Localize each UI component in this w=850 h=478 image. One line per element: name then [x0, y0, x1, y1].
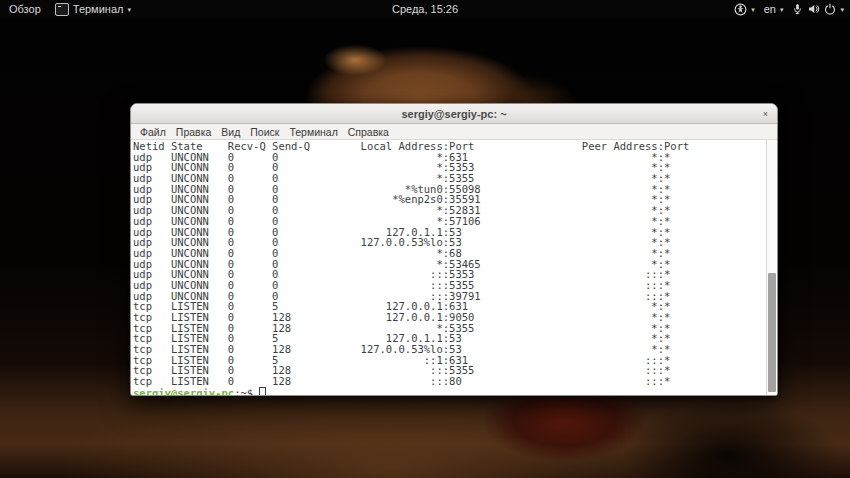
accessibility-menu[interactable]: ▾ [734, 3, 755, 16]
scrollbar-thumb[interactable] [768, 273, 776, 393]
top-bar: Обзор Терминал ▾ Среда, 15:26 ▾ en ▾ [0, 0, 850, 18]
close-icon[interactable]: × [759, 107, 772, 120]
chevron-down-icon: ▾ [780, 6, 784, 13]
menu-search[interactable]: Поиск [245, 126, 284, 138]
terminal-line: udp UNCONN 0 0 *:68 *:* [133, 248, 766, 259]
window-title: sergiy@sergiy-pc: ~ [401, 108, 506, 120]
app-menu[interactable]: Терминал ▾ [55, 3, 131, 16]
menu-view[interactable]: Вид [216, 126, 245, 138]
menu-file[interactable]: Файл [135, 126, 171, 138]
keyboard-layout-menu[interactable]: en ▾ [764, 3, 784, 15]
terminal-cursor [259, 387, 266, 395]
terminal-output: Netid State Recv-Q Send-Q Local Address:… [133, 141, 766, 395]
chevron-down-icon: ▾ [840, 6, 844, 13]
window-titlebar[interactable]: sergiy@sergiy-pc: ~ × [131, 104, 777, 124]
volume-icon [807, 3, 820, 15]
keyboard-layout-label: en [764, 3, 776, 15]
terminal-screen[interactable]: Netid State Recv-Q Send-Q Local Address:… [131, 140, 777, 395]
prompt-suffix: :~$ [234, 387, 259, 395]
microphone-icon [792, 3, 803, 15]
chevron-down-icon: ▾ [127, 6, 131, 13]
menu-help[interactable]: Справка [343, 126, 394, 138]
terminal-prompt-line: sergiy@sergiy-pc:~$ [133, 387, 766, 395]
activities-button[interactable]: Обзор [9, 3, 41, 15]
accessibility-icon [734, 3, 747, 16]
terminal-menubar: Файл Правка Вид Поиск Терминал Справка [131, 124, 777, 140]
prompt-user-host: sergiy@sergiy-pc [133, 387, 234, 395]
menu-edit[interactable]: Правка [171, 126, 216, 138]
terminal-line: tcp LISTEN 0 128 :::80 :::* [133, 376, 766, 387]
clock-label[interactable]: Среда, 15:26 [392, 3, 458, 15]
terminal-window: sergiy@sergiy-pc: ~ × Файл Правка Вид По… [130, 103, 778, 396]
terminal-app-icon [55, 3, 69, 16]
power-icon [824, 3, 836, 15]
system-menu[interactable]: ▾ [792, 3, 844, 15]
app-menu-label: Терминал [73, 3, 124, 15]
terminal-line: udp UNCONN 0 0 *:57106 *:* [133, 216, 766, 227]
chevron-down-icon: ▾ [751, 6, 755, 13]
menu-terminal[interactable]: Терминал [284, 126, 342, 138]
scrollbar-track[interactable] [766, 140, 777, 395]
